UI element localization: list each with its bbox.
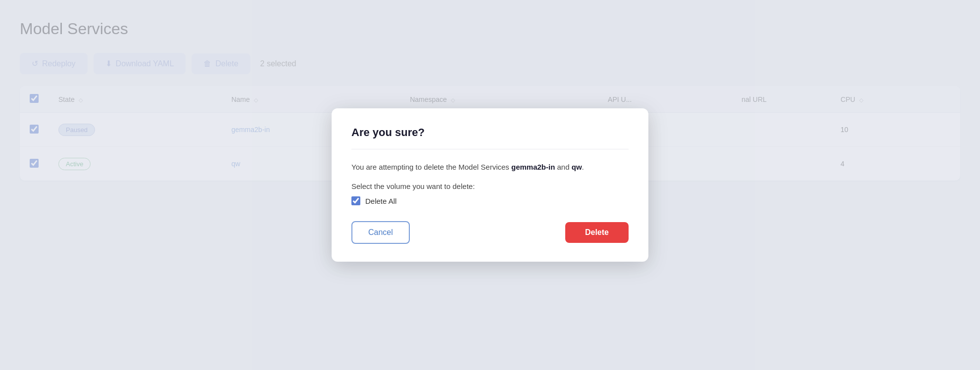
service1-name: gemma2b-in	[511, 163, 555, 171]
confirm-delete-dialog: Are you sure? You are attempting to dele…	[332, 108, 648, 262]
delete-all-checkbox[interactable]	[351, 196, 360, 205]
volume-label: Select the volume you want to delete:	[351, 182, 629, 190]
delete-all-label: Delete All	[365, 197, 396, 205]
modal-overlay: Are you sure? You are attempting to dele…	[0, 0, 980, 370]
dialog-divider	[351, 149, 629, 149]
confirm-delete-button[interactable]: Delete	[565, 222, 629, 243]
dialog-actions: Cancel Delete	[351, 221, 629, 244]
dialog-title: Are you sure?	[351, 126, 629, 139]
service2-name: qw	[572, 163, 582, 171]
delete-all-checkbox-row: Delete All	[351, 196, 629, 205]
dialog-body: You are attempting to delete the Model S…	[351, 161, 629, 173]
cancel-button[interactable]: Cancel	[351, 221, 410, 244]
